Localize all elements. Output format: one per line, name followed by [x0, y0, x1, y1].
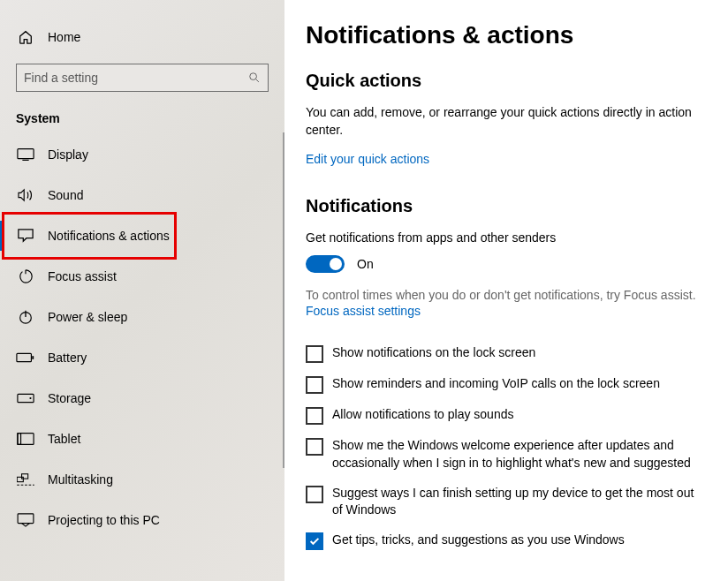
sidebar-item-label: Focus assist [48, 269, 117, 283]
notifications-toggle-label: Get notifications from apps and other se… [306, 229, 694, 246]
focus-assist-desc: To control times when you do or don't ge… [306, 287, 703, 305]
check-lock-screen[interactable]: Show notifications on the lock screen [306, 344, 703, 363]
check-reminders-voip[interactable]: Show reminders and incoming VoIP calls o… [306, 375, 703, 394]
multitasking-icon [16, 472, 35, 487]
focus-assist-icon [16, 268, 35, 284]
battery-icon [16, 351, 35, 364]
svg-rect-7 [32, 356, 34, 359]
search-box[interactable] [16, 64, 269, 92]
sidebar-item-projecting[interactable]: Projecting to this PC [0, 500, 284, 540]
home-icon [16, 29, 35, 45]
svg-line-1 [256, 79, 259, 82]
checkbox-label: Show me the Windows welcome experience a… [332, 437, 703, 472]
sidebar-item-label: Sound [48, 188, 83, 202]
checkbox-label: Show notifications on the lock screen [332, 344, 535, 362]
sidebar-item-storage[interactable]: Storage [0, 378, 284, 419]
checkbox[interactable] [306, 532, 323, 550]
sidebar-item-focus-assist[interactable]: Focus assist [0, 256, 284, 297]
checkbox-label: Suggest ways I can finish setting up my … [332, 485, 703, 519]
edit-quick-actions-link[interactable]: Edit your quick actions [306, 152, 429, 166]
home-nav[interactable]: Home [0, 19, 284, 55]
svg-rect-11 [18, 434, 21, 445]
check-tips-tricks[interactable]: Get tips, tricks, and suggestions as you… [306, 532, 703, 550]
sidebar-item-label: Display [48, 147, 88, 162]
sidebar-item-tablet[interactable]: Tablet [0, 419, 284, 459]
svg-point-0 [250, 73, 257, 80]
quick-actions-heading: Quick actions [306, 71, 703, 91]
svg-rect-13 [22, 474, 28, 479]
storage-icon [16, 391, 35, 405]
sidebar-scrollbar[interactable] [283, 132, 284, 468]
sidebar-item-label: Multitasking [48, 472, 113, 487]
svg-rect-2 [18, 149, 34, 159]
checkbox[interactable] [306, 345, 323, 363]
page-title: Notifications & actions [306, 21, 703, 49]
display-icon [16, 147, 35, 162]
home-label: Home [48, 30, 80, 44]
search-icon [248, 72, 261, 84]
svg-rect-12 [17, 477, 23, 481]
checkbox[interactable] [306, 407, 323, 425]
sidebar-item-battery[interactable]: Battery [0, 337, 284, 378]
sidebar-item-label: Notifications & actions [48, 229, 170, 243]
check-play-sounds[interactable]: Allow notifications to play sounds [306, 406, 703, 425]
settings-sidebar: Home System Display Sound Notifications … [0, 0, 284, 581]
search-input[interactable] [24, 71, 248, 85]
sound-icon [16, 188, 35, 202]
checkbox-label: Allow notifications to play sounds [332, 406, 513, 424]
svg-rect-15 [18, 514, 34, 524]
sidebar-item-notifications[interactable]: Notifications & actions [0, 215, 284, 256]
notifications-heading: Notifications [306, 196, 703, 216]
svg-point-9 [29, 397, 31, 399]
svg-rect-10 [18, 434, 34, 445]
settings-content: Notifications & actions Quick actions Yo… [284, 0, 728, 581]
power-icon [16, 309, 35, 325]
notifications-toggle-state: On [357, 257, 374, 271]
checkbox[interactable] [306, 438, 323, 456]
notifications-icon [16, 228, 35, 244]
search-wrap [0, 55, 284, 101]
projecting-icon [16, 513, 35, 527]
sidebar-item-label: Power & sleep [48, 310, 127, 324]
check-welcome-experience[interactable]: Show me the Windows welcome experience a… [306, 437, 703, 472]
svg-rect-6 [17, 353, 31, 361]
sidebar-item-sound[interactable]: Sound [0, 175, 284, 215]
sidebar-item-power-sleep[interactable]: Power & sleep [0, 297, 284, 337]
checkbox-label: Show reminders and incoming VoIP calls o… [332, 375, 660, 393]
checkbox[interactable] [306, 376, 323, 394]
tablet-icon [16, 432, 35, 446]
sidebar-item-label: Tablet [48, 432, 80, 446]
sidebar-item-display[interactable]: Display [0, 134, 284, 175]
notifications-toggle[interactable] [306, 255, 345, 273]
check-finish-setup[interactable]: Suggest ways I can finish setting up my … [306, 485, 703, 519]
sidebar-item-multitasking[interactable]: Multitasking [0, 459, 284, 500]
checkbox-label: Get tips, tricks, and suggestions as you… [332, 532, 625, 549]
quick-actions-desc: You can add, remove, or rearrange your q… [306, 103, 694, 140]
sidebar-item-label: Projecting to this PC [48, 513, 160, 527]
sidebar-item-label: Battery [48, 351, 87, 365]
sidebar-section-title: System [0, 101, 284, 134]
sidebar-item-label: Storage [48, 391, 91, 405]
checkbox[interactable] [306, 486, 323, 503]
focus-assist-link[interactable]: Focus assist settings [306, 304, 421, 318]
